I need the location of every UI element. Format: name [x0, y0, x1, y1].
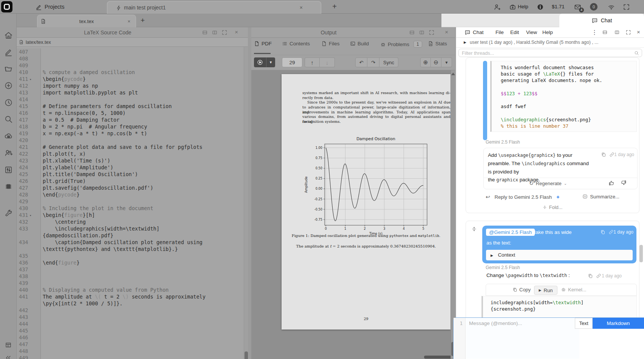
code-line[interactable]: 410% compute a damped oscillation	[17, 69, 244, 76]
pdf-hscrollbar-thumb[interactable]	[424, 356, 453, 359]
notification-counter[interactable]: 0	[590, 3, 598, 11]
code-line[interactable]: 436\end{figure}	[17, 259, 244, 266]
code-line[interactable]: 430% Including the plot in the document	[17, 205, 244, 212]
close-panel-icon[interactable]: ×	[445, 29, 448, 35]
code-line[interactable]: 424plt.ylabel('Amplitude')	[17, 164, 244, 171]
copy-code-button[interactable]: Copy	[512, 287, 531, 292]
menu-view[interactable]: View	[526, 29, 537, 35]
code-line[interactable]: 442	[17, 307, 244, 314]
split-row-icon[interactable]	[409, 29, 415, 36]
code-line[interactable]: 448	[17, 348, 244, 354]
code-line[interactable]: 432 \centering	[17, 218, 244, 225]
split-row-icon[interactable]	[202, 29, 208, 36]
code-line[interactable]: 426plt.grid(True)	[17, 178, 244, 184]
filter-threads-input[interactable]	[462, 50, 628, 56]
mention-chip[interactable]: @Gemini 2.5 Flash	[486, 229, 535, 236]
menu-file[interactable]: File	[495, 29, 504, 35]
code-line[interactable]: 440% Displaying a computed value from Py…	[17, 286, 244, 293]
fold-handle-icon[interactable]	[471, 226, 477, 232]
expand-icon[interactable]	[429, 29, 435, 36]
split-row-icon[interactable]	[602, 29, 608, 35]
split-col-icon[interactable]	[212, 29, 218, 36]
kernel-selector[interactable]: Kernel...	[561, 287, 586, 292]
files-icon[interactable]	[4, 65, 13, 73]
close-file-tab-icon[interactable]: ×	[127, 19, 130, 24]
code-line[interactable]: 411▾\begin{pycode}	[17, 76, 244, 82]
thread-list-row[interactable]: ▶ user test (1 day ago) , Harald.Schilly…	[456, 38, 644, 48]
code-line[interactable]: 431▾\begin{figure}[h]	[17, 212, 244, 218]
log-icon[interactable]	[4, 98, 13, 107]
fold-marker-icon[interactable]: ▾	[29, 212, 31, 219]
help-icon[interactable]	[509, 3, 516, 11]
copy-icon[interactable]	[601, 152, 606, 157]
home-icon[interactable]	[4, 31, 13, 40]
search-icon[interactable]	[4, 115, 13, 124]
context-collapsed-section[interactable]: ▶ Context	[486, 250, 633, 260]
markdown-mode-button[interactable]: Markdown	[593, 318, 644, 329]
code-line[interactable]: {dampedoscillation.pdf}	[17, 232, 244, 239]
fold-button[interactable]: Fold...	[466, 204, 639, 210]
page-up-button[interactable]: ↑	[305, 57, 320, 67]
sync-button[interactable]: Sync	[379, 57, 398, 67]
code-line[interactable]: 412import numpy as np	[17, 82, 244, 89]
tab-problems[interactable]: Problems 1	[380, 41, 422, 48]
link-icon[interactable]	[609, 152, 615, 157]
summarize-button[interactable]: AISummarize...	[582, 194, 619, 200]
info-icon[interactable]	[537, 3, 544, 11]
code-line[interactable]: \py{x[int(2 * 1000 / 5)]}.	[17, 300, 244, 307]
thumbs-down-icon[interactable]	[621, 180, 627, 186]
code-line[interactable]: 425plt.title('Damped Oscillation')	[17, 171, 244, 178]
expand-icon[interactable]	[221, 29, 228, 36]
menu-help[interactable]: Help	[542, 29, 553, 35]
code-line[interactable]: 408	[17, 55, 244, 62]
new-icon[interactable]	[4, 81, 13, 90]
users-icon[interactable]	[4, 149, 13, 157]
code-line[interactable]: 437	[17, 266, 244, 273]
add-file-tab-button[interactable]: +	[141, 16, 145, 25]
regenerate-button[interactable]: ↻ Regenerate ⌄	[529, 180, 567, 186]
zoom-dropdown-caret[interactable]: ▼	[441, 57, 452, 67]
close-panel-icon[interactable]: ×	[235, 29, 238, 35]
fold-marker-icon[interactable]: ▾	[29, 76, 31, 83]
code-line[interactable]: 407	[17, 48, 244, 55]
more-options-icon[interactable]: ⋮	[591, 29, 598, 36]
link-icon[interactable]	[608, 229, 614, 235]
code-line[interactable]: \texttt{pythontex} and \texttt{matplotli…	[17, 246, 244, 252]
app-logo[interactable]	[1, 1, 12, 12]
tab-tex-file[interactable]: tex.tex ×	[37, 15, 136, 27]
code-line[interactable]: 444	[17, 320, 244, 327]
close-project-tab-icon[interactable]: ×	[300, 5, 303, 11]
code-line[interactable]: 421# Generate plot data and save to a fi…	[17, 144, 244, 150]
page-down-button[interactable]: ↓	[320, 57, 335, 67]
close-panel-icon[interactable]: ×	[637, 29, 640, 35]
message-code-block[interactable]: This wonderful document showcasesbasic u…	[490, 61, 637, 132]
tab-files[interactable]: Files	[321, 41, 340, 46]
code-line[interactable]: 409	[17, 62, 244, 69]
code-editor[interactable]: 407408409410% compute a damped oscillati…	[17, 47, 244, 359]
expand-icon[interactable]	[625, 29, 631, 35]
processes-icon[interactable]	[4, 182, 13, 191]
edit-icon[interactable]	[4, 48, 13, 56]
add-user-icon[interactable]	[494, 3, 501, 11]
tab-stats[interactable]: Stats	[428, 41, 447, 46]
code-line[interactable]: 419x = np.exp(-a * t) * np.cos(b * t)	[17, 130, 244, 137]
code-line[interactable]: 433 \includegraphics[width=\textwidth]	[17, 225, 244, 232]
code-line[interactable]: 415# Define parameters for damped oscill…	[17, 103, 244, 110]
tab-pdf[interactable]: PDF	[254, 41, 272, 46]
code-line[interactable]: 428\end{pycode}	[17, 191, 244, 198]
copy-icon[interactable]	[600, 229, 605, 235]
zoom-out-button[interactable]: ⊖	[431, 57, 441, 67]
projects-button[interactable]: Projects	[36, 2, 64, 11]
redo-button[interactable]: ↷	[367, 57, 379, 67]
thumbs-up-icon[interactable]	[608, 180, 615, 186]
settings-icon[interactable]	[4, 166, 13, 174]
code-line[interactable]: 422plt.plot(t, x)	[17, 150, 244, 157]
project-tab[interactable]: main test project1 ×	[107, 1, 321, 14]
code-line[interactable]: 418b = 2 * np.pi # Angular frequency	[17, 123, 244, 130]
tools-icon[interactable]	[4, 209, 13, 218]
code-line[interactable]: 445	[17, 327, 244, 334]
menu-chat[interactable]: Chat	[473, 29, 484, 35]
code-line[interactable]: 441The amplitude at \( t = 2 \) seconds …	[17, 293, 244, 300]
build-run-button[interactable]: ▼	[254, 57, 275, 67]
chat-scrollbar-thumb[interactable]	[639, 245, 643, 262]
